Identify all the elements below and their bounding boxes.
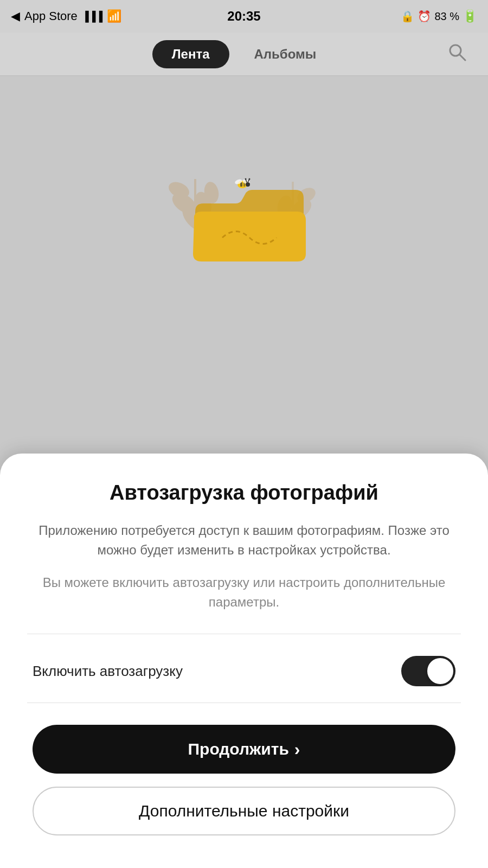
app-store-label: App Store	[24, 9, 78, 23]
status-time: 20:35	[227, 9, 260, 24]
wifi-icon: 📶	[107, 9, 121, 23]
tab-albomy[interactable]: Альбомы	[235, 40, 336, 68]
modal-description-1: Приложению потребуется доступ к вашим фо…	[33, 521, 455, 560]
battery-icon: 🔋	[463, 9, 477, 23]
lock-icon: 🔒	[401, 10, 414, 23]
folder-illustration	[152, 119, 336, 293]
continue-button-label: Продолжить	[188, 740, 289, 758]
status-bar: ◀ App Store ▐▐▐ 📶 20:35 🔒 ⏰ 83 % 🔋	[0, 0, 488, 33]
advanced-settings-label: Дополнительные настройки	[139, 802, 349, 820]
modal-title: Автозагрузка фотографий	[33, 481, 455, 506]
continue-arrow-icon: ›	[294, 739, 300, 760]
svg-point-22	[245, 178, 247, 180]
search-icon[interactable]	[448, 43, 466, 65]
svg-point-18	[246, 182, 250, 187]
toggle-row: Включить автозагрузку	[33, 650, 455, 692]
divider-bottom	[27, 703, 461, 703]
svg-line-1	[460, 55, 465, 60]
modal-description-2: Вы можете включить автозагрузку или наст…	[33, 573, 455, 612]
svg-point-20	[249, 178, 251, 180]
status-right: 🔒 ⏰ 83 % 🔋	[401, 9, 477, 23]
status-left: ◀ App Store ▐▐▐ 📶	[11, 9, 121, 23]
continue-button[interactable]: Продолжить ›	[33, 725, 455, 774]
tab-lenta[interactable]: Лента	[152, 40, 229, 68]
toggle-label: Включить автозагрузку	[33, 663, 183, 680]
autoupload-toggle[interactable]	[401, 656, 455, 686]
battery-label: 83 %	[434, 10, 459, 23]
advanced-settings-button[interactable]: Дополнительные настройки	[33, 787, 455, 835]
divider-top	[27, 634, 461, 634]
nav-bar: Лента Альбомы	[0, 33, 488, 76]
signal-icon: ▐▐▐	[82, 11, 102, 22]
back-arrow-icon: ◀	[11, 9, 20, 23]
background-area	[0, 76, 488, 336]
nav-tabs: Лента Альбомы	[33, 40, 455, 68]
alarm-icon: ⏰	[418, 10, 431, 23]
modal-sheet: Автозагрузка фотографий Приложению потре…	[0, 454, 488, 868]
toggle-knob	[427, 658, 453, 684]
